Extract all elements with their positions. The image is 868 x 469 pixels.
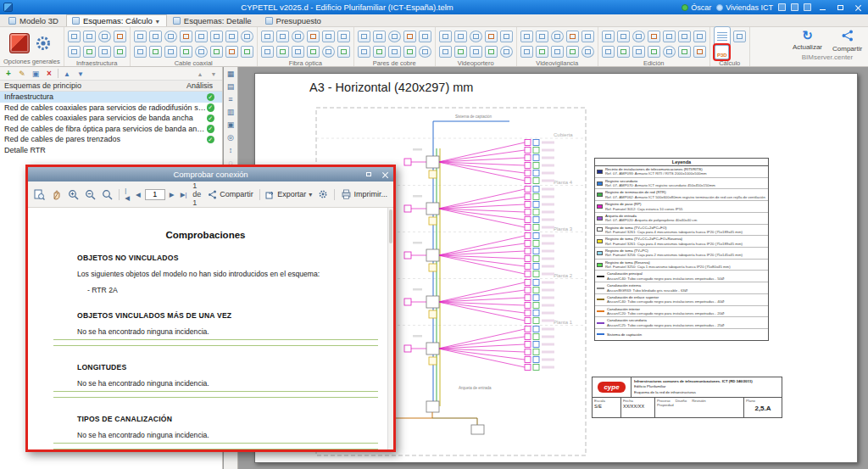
antena-tv-icon[interactable] (225, 31, 238, 42)
first-page-button[interactable]: |◀ (123, 186, 131, 203)
derivador-icon[interactable] (149, 46, 162, 58)
monitor-vivienda-icon[interactable] (439, 46, 452, 58)
placa-calle-icon[interactable] (439, 31, 452, 42)
deshacer-icon[interactable] (693, 31, 706, 42)
app-logo-icon[interactable] (3, 3, 13, 12)
reserva-fo-icon[interactable] (337, 46, 350, 58)
texto-icon[interactable] (648, 31, 660, 42)
sync-icon[interactable] (804, 3, 811, 11)
dialog-scrollbar[interactable] (387, 208, 393, 449)
zoom-out-icon[interactable] (83, 188, 97, 201)
last-page-button[interactable]: ▶| (179, 190, 189, 199)
soporte-icon[interactable] (566, 46, 579, 58)
registro-toma-icon[interactable] (114, 31, 126, 42)
tab-presupuesto[interactable]: Presupuesto (259, 14, 329, 26)
multiplexor-icon[interactable] (403, 31, 416, 42)
chevron-down-icon[interactable] (156, 16, 159, 25)
linea-icon[interactable] (663, 31, 676, 42)
borrar-icon[interactable] (617, 46, 630, 58)
medir-icon[interactable] (678, 46, 691, 58)
conector-bnc-icon[interactable] (581, 31, 594, 42)
copiar-icon[interactable] (617, 31, 630, 42)
abrepuertas-icon[interactable] (470, 31, 482, 42)
mover-icon[interactable] (602, 46, 615, 58)
sort-desc-icon[interactable] (209, 69, 219, 79)
cable-fibra-icon[interactable] (276, 46, 289, 58)
roseta-optica-icon[interactable] (276, 31, 289, 42)
maximize-button[interactable] (834, 2, 847, 13)
canalizacion-externa-icon[interactable] (68, 46, 81, 58)
distribuidor-icon[interactable] (164, 31, 177, 42)
project-account-menu[interactable]: Viviendas ICT (716, 3, 773, 12)
reserva-pares-icon[interactable] (419, 46, 431, 58)
user-menu[interactable]: Óscar (682, 3, 711, 12)
simetria-icon[interactable] (632, 46, 645, 58)
arqueta-icon[interactable] (68, 31, 81, 42)
registro-secundario-icon[interactable] (98, 31, 111, 42)
camara-cctv-icon[interactable] (520, 31, 533, 42)
pulsador-icon[interactable] (485, 46, 498, 58)
pau-cobre-icon[interactable] (358, 46, 370, 58)
notifications-icon[interactable] (778, 3, 786, 11)
ecualizador-icon[interactable] (241, 31, 253, 42)
dialog-maximize-button[interactable] (364, 170, 374, 180)
cable-cctv-icon[interactable] (536, 46, 548, 58)
conector-coaxial-icon[interactable] (210, 46, 223, 58)
pan-hand-icon[interactable] (49, 188, 64, 201)
cable-pares-icon[interactable] (373, 46, 386, 58)
tab-modelo-3d[interactable]: Modelo 3D (3, 14, 66, 26)
scheme-item-detalle-rtr[interactable]: Detalle RTR (0, 145, 222, 156)
dialog-share-button[interactable]: Compartir (206, 189, 255, 200)
print-icon[interactable]: ▣ (227, 120, 235, 129)
alimentador-icon[interactable] (454, 46, 467, 58)
actualizar-button[interactable]: ↻ Actualizar (793, 29, 822, 53)
opciones-generales-icon[interactable] (9, 33, 30, 53)
listados-icon[interactable] (733, 31, 746, 42)
canalizacion-secundaria-icon[interactable] (98, 46, 111, 58)
grid-icon[interactable]: ▦ (227, 70, 235, 78)
distribuidor-video-icon[interactable] (470, 46, 482, 58)
punto-distribucion-icon[interactable] (403, 46, 416, 58)
cable-coaxial-icon[interactable] (180, 31, 192, 42)
zoom-window-icon[interactable] (100, 188, 114, 201)
medidor-fo-icon[interactable] (337, 31, 350, 42)
views-icon[interactable]: ▥ (227, 108, 235, 116)
configuracion-icon[interactable] (33, 33, 53, 53)
caja-interconexion-icon[interactable] (261, 31, 274, 42)
seleccionar-icon[interactable] (602, 31, 615, 42)
help-icon[interactable] (791, 3, 798, 11)
sort-asc-icon[interactable] (195, 69, 205, 79)
scheme-item-red-de-cables-de-pares-trenzad[interactable]: Red de cables de pares trenzados (0, 134, 222, 145)
caja-segregacion-icon[interactable] (322, 46, 335, 58)
recintos-icon[interactable] (83, 31, 96, 42)
scheme-item-infraestructura[interactable]: Infraestructura (0, 92, 222, 103)
comprobar-conexion-icon[interactable]: P3D (715, 45, 729, 59)
cable-videoportero-icon[interactable] (485, 31, 498, 42)
add-scheme-button[interactable] (3, 69, 14, 79)
repartidor-icon[interactable] (195, 31, 208, 42)
telefonillo-icon[interactable] (454, 31, 467, 42)
scheme-item-red-de-cables-coaxiales-para-s[interactable]: Red de cables coaxiales para servicios d… (0, 113, 222, 124)
page-number-input[interactable] (145, 189, 165, 200)
carga-terminal-icon[interactable] (210, 31, 223, 42)
conector-rj45-icon[interactable] (419, 31, 431, 42)
cabecera-rtv-icon[interactable] (134, 31, 147, 42)
scheme-item-red-de-cables-coaxiales-para-s[interactable]: Red de cables coaxiales para servicios d… (0, 103, 222, 114)
copy-scheme-button[interactable] (31, 69, 41, 79)
close-button[interactable] (852, 2, 865, 13)
disco-grabacion-icon[interactable] (581, 46, 594, 58)
fuente-alimentacion-icon[interactable] (241, 46, 253, 58)
print-preview-icon[interactable] (32, 188, 47, 201)
report-icon[interactable]: ▤ (227, 82, 235, 91)
capas-icon[interactable] (678, 31, 691, 42)
camara-domo-icon[interactable] (566, 31, 579, 42)
distribuidor-fo-icon[interactable] (307, 31, 320, 42)
move-down-button[interactable] (75, 69, 86, 79)
minimize-button[interactable] (816, 2, 829, 13)
tab-esquemas-detalle[interactable]: Esquemas: Detalle (167, 14, 259, 26)
panel-conexion-icon[interactable] (388, 31, 401, 42)
zoom-in-icon[interactable] (66, 188, 81, 201)
layers-icon[interactable]: ≡ (228, 95, 232, 103)
move-up-button[interactable] (62, 69, 72, 79)
zoom-icon[interactable]: ◎ (227, 133, 234, 142)
